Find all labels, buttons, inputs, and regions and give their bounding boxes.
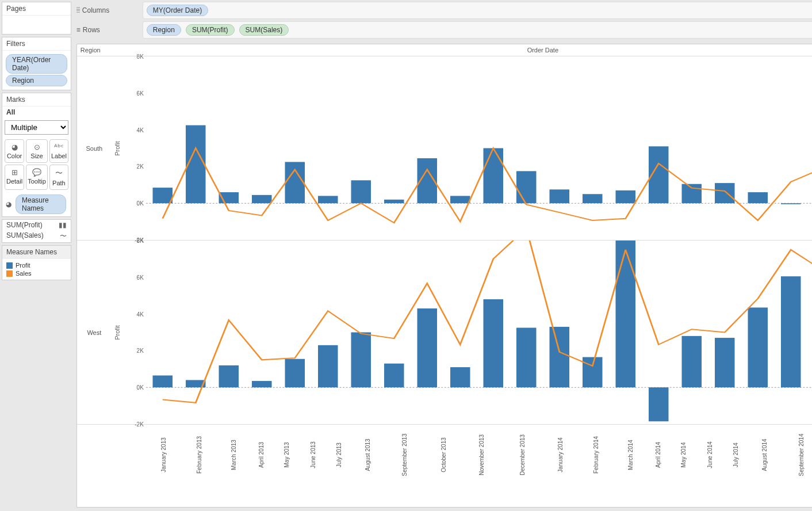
svg-rect-14	[583, 194, 603, 203]
legend-swatch	[6, 262, 13, 269]
region-label: West	[77, 241, 112, 424]
x-axis-label: March 2013	[219, 425, 249, 485]
plot-area[interactable]	[146, 56, 812, 240]
svg-rect-20	[781, 203, 801, 204]
svg-rect-31	[318, 345, 338, 387]
svg-rect-40	[615, 241, 635, 387]
marks-all[interactable]: All	[2, 106, 71, 118]
y-tick-left: 6K	[137, 274, 144, 280]
svg-rect-18	[715, 183, 735, 203]
svg-rect-1	[152, 188, 173, 203]
marks-type-select[interactable]: Multiple	[5, 120, 68, 135]
x-axis-label: July 2014	[723, 425, 748, 485]
filter-pill[interactable]: YEAR(Order Date)	[6, 54, 67, 74]
row-pill[interactable]: SUM(Profit)	[186, 24, 235, 36]
x-axis-label: April 2014	[645, 425, 671, 485]
x-axis-label: February 2013	[181, 425, 218, 485]
profit-axis-label: Profit	[114, 141, 121, 156]
x-axis-label: January 2013	[146, 425, 181, 485]
marks-btn-size[interactable]: ⊙Size	[26, 139, 48, 163]
svg-rect-6	[318, 196, 338, 203]
svg-rect-19	[748, 192, 768, 203]
row-pill[interactable]: SUM(Sales)	[239, 24, 289, 36]
x-axis-label: August 2013	[351, 425, 384, 485]
legend-item[interactable]: Profit	[6, 261, 67, 269]
color-icon: ◕	[6, 143, 22, 151]
marks-btn-tooltip[interactable]: 💬Tooltip	[26, 165, 48, 190]
svg-rect-37	[516, 328, 537, 388]
pages-panel: Pages	[2, 2, 71, 35]
profit-axis-label: Profit	[114, 325, 121, 340]
legend-item[interactable]: Sales	[6, 269, 67, 277]
marks-btn-color[interactable]: ◕Color	[5, 139, 24, 163]
rows-shelf[interactable]: ≡Rows RegionSUM(Profit)SUM(Sales)	[76, 21, 812, 39]
svg-rect-35	[450, 367, 470, 387]
svg-rect-12	[516, 171, 537, 203]
svg-rect-32	[351, 333, 371, 388]
svg-rect-28	[219, 365, 239, 387]
y-tick-left: 2K	[137, 163, 144, 170]
label-icon: ᴬᵇᶜ	[51, 143, 67, 151]
x-axis-label: November 2013	[461, 425, 502, 485]
x-axis-label: June 2013	[300, 425, 327, 485]
marks-btn-path[interactable]: 〜Path	[49, 165, 68, 190]
svg-rect-33	[384, 364, 404, 387]
chart-panel-west: WestProfit-2K0K2K4K6K8K0K10K20K30KSales	[77, 241, 812, 425]
svg-rect-13	[549, 189, 569, 203]
column-pill[interactable]: MY(Order Date)	[147, 5, 208, 16]
columns-shelf[interactable]: ⦙⦙⦙Columns MY(Order Date)	[76, 2, 812, 19]
legend-panel: Measure Names ProfitSales	[2, 245, 71, 280]
x-axis-label: December 2013	[502, 425, 543, 485]
x-axis-label: April 2013	[248, 425, 274, 485]
columns-icon: ⦙⦙⦙	[76, 6, 80, 14]
svg-rect-15	[615, 190, 635, 203]
line-icon: 〜	[60, 231, 67, 241]
svg-rect-4	[252, 195, 272, 203]
x-axis-label: May 2014	[671, 425, 696, 485]
svg-rect-7	[351, 180, 371, 203]
marks-color-pill[interactable]: Measure Names	[16, 195, 66, 214]
marks-btn-label[interactable]: ᴬᵇᶜLabel	[49, 139, 68, 163]
region-label: South	[77, 56, 112, 240]
x-axis-label: January 2014	[543, 425, 578, 485]
visualization: Region Order Date SouthProfit-2K0K2K4K6K…	[76, 44, 812, 508]
tooltip-icon: 💬	[28, 168, 46, 177]
svg-rect-11	[483, 148, 503, 204]
svg-rect-10	[450, 196, 470, 203]
y-tick-left: 0K	[137, 384, 144, 391]
row-pill[interactable]: Region	[147, 24, 181, 36]
svg-rect-36	[483, 299, 503, 387]
svg-rect-45	[781, 276, 801, 387]
filter-pill[interactable]: Region	[6, 75, 67, 86]
color-icon: ◕	[6, 200, 12, 208]
path-icon: 〜	[51, 168, 67, 178]
size-icon: ⊙	[28, 143, 46, 151]
chart-panel-south: SouthProfit-2K0K2K4K6K8K0K10K20K30KSales	[77, 56, 812, 241]
svg-rect-39	[583, 357, 603, 388]
svg-rect-5	[285, 162, 305, 203]
svg-rect-43	[715, 338, 735, 387]
marks-measure-row[interactable]: SUM(Profit)▮▮	[2, 220, 71, 230]
marks-panel: Marks All Multiple ◕Color⊙SizeᴬᵇᶜLabel⊞D…	[2, 93, 71, 217]
svg-rect-26	[152, 375, 173, 387]
y-tick-left: 8K	[137, 238, 144, 244]
x-axis-label: September 2014	[780, 425, 812, 485]
marks-header: Marks	[2, 93, 71, 106]
marks-measure-row[interactable]: SUM(Sales)〜	[2, 230, 71, 242]
y-tick-left: 4K	[137, 127, 144, 133]
x-axis-label: June 2014	[696, 425, 723, 485]
region-col-header: Region	[77, 44, 112, 56]
legend-header: Measure Names	[2, 246, 71, 259]
svg-rect-30	[285, 359, 305, 387]
marks-btn-detail[interactable]: ⊞Detail	[5, 165, 24, 190]
svg-rect-17	[681, 184, 702, 203]
orderdate-col-header: Order Date	[146, 44, 812, 56]
y-tick-left: 2K	[137, 348, 144, 354]
filters-header: Filters	[2, 37, 71, 51]
y-tick-left: 0K	[137, 200, 144, 207]
x-axis-label: September 2013	[384, 425, 426, 485]
plot-area[interactable]	[146, 241, 812, 424]
x-axis-label: October 2013	[426, 425, 461, 485]
svg-rect-38	[549, 327, 569, 387]
svg-rect-44	[748, 307, 768, 387]
